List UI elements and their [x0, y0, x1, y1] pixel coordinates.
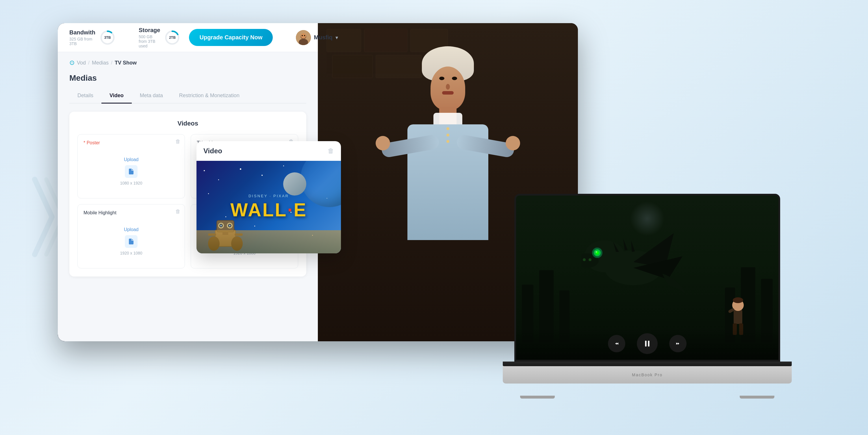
tab-restriction[interactable]: Restriction & Monetization: [171, 88, 248, 104]
mobile-highlight-upload-text: Upload: [124, 227, 139, 232]
user-info: Musfiq ▾: [296, 30, 338, 45]
mobile-highlight-upload-icon: [125, 235, 137, 248]
macbook-screen: [514, 194, 780, 361]
upgrade-capacity-button[interactable]: Upgrade Capacity Now: [189, 29, 273, 46]
video-popup-card: Video 🗑: [196, 141, 341, 253]
macbook-frame: MacBook Pro: [503, 194, 792, 396]
storage-text: Storage 500 GB from 3TB used: [139, 27, 160, 48]
storage-gauge-label: 2TB: [169, 35, 176, 40]
bandwidth-text: Bandwith 325 GB from 3TB: [69, 29, 95, 46]
bandwidth-widget: Bandwith 325 GB from 3TB 3TB: [69, 29, 116, 46]
poster-upload-area[interactable]: Upload 1080 x 1920: [84, 150, 179, 192]
svg-point-34: [733, 297, 743, 303]
mobile-highlight-dims: 1920 x 1080: [120, 251, 142, 255]
svg-point-27: [589, 258, 591, 261]
monitor-screen: Bandwith 325 GB from 3TB 3TB: [58, 23, 578, 341]
bandwidth-gauge-label: 3TB: [104, 35, 111, 40]
svg-rect-32: [734, 310, 742, 324]
user-dropdown-icon[interactable]: ▾: [336, 34, 338, 41]
walle-dot: ·: [287, 200, 293, 221]
macbook-foot-right: [740, 396, 774, 399]
scene-container: Bandwith 325 GB from 3TB 3TB: [58, 23, 809, 414]
breadcrumb-vod: Vod: [77, 60, 86, 66]
walle-text: WALL: [230, 200, 287, 221]
svg-rect-39: [648, 341, 650, 347]
upload-cell-mobile-highlight: Mobile Highlight 🗑 Upload: [78, 204, 185, 268]
video-popup-title: Video: [204, 147, 222, 155]
videos-title: Videos: [78, 120, 298, 127]
tab-video[interactable]: Video: [101, 88, 132, 104]
svg-point-26: [583, 258, 586, 261]
breadcrumb-medias: Medias: [92, 60, 108, 66]
macbook-foot-left: [520, 396, 555, 399]
breadcrumb-sep-2: /: [111, 60, 113, 66]
macbook-hinge: [503, 361, 792, 366]
monitor-frame: Bandwith 325 GB from 3TB 3TB: [58, 23, 578, 341]
mobile-highlight-delete-icon[interactable]: 🗑: [176, 208, 181, 214]
video-popup-delete-icon[interactable]: 🗑: [328, 147, 334, 155]
mobile-highlight-upload-area[interactable]: Upload 1920 x 1080: [84, 220, 179, 262]
pause-button[interactable]: [637, 333, 658, 354]
svg-point-16: [220, 225, 222, 227]
tab-details[interactable]: Details: [69, 88, 101, 104]
breadcrumb-tvshow: TV Show: [115, 60, 137, 66]
poster-delete-icon[interactable]: 🗑: [176, 139, 181, 145]
cms-panel: Bandwith 325 GB from 3TB 3TB: [58, 23, 318, 341]
storage-gauge: 2TB: [164, 29, 180, 46]
video-popup-header: Video 🗑: [196, 141, 341, 161]
video-poster: DISNEY · PIXAR WALL·E: [196, 161, 341, 253]
svg-point-31: [595, 251, 597, 253]
user-name: Musfiq: [314, 34, 332, 41]
poster-dims: 1080 x 1920: [120, 181, 142, 185]
poster-upload-text: Upload: [124, 157, 139, 162]
macbook-label: MacBook Pro: [632, 373, 662, 377]
storage-widget: Storage 500 GB from 3TB used 2TB: [139, 27, 180, 48]
svg-point-7: [301, 33, 306, 38]
svg-point-17: [229, 225, 230, 227]
macbook-bottom: MacBook Pro: [503, 366, 792, 383]
svg-rect-38: [645, 341, 647, 347]
mobile-highlight-label: Mobile Highlight: [84, 210, 179, 215]
user-avatar: [296, 30, 311, 45]
walle-logo: DISNEY · PIXAR WALL·E: [230, 194, 307, 221]
poster-label: * Poster: [84, 140, 179, 145]
walle-brand: DISNEY · PIXAR: [230, 194, 307, 198]
macbook-base: MacBook Pro: [503, 361, 792, 396]
section-title: Medias: [69, 74, 306, 83]
poster-upload-icon: [125, 165, 137, 178]
storage-sub: 500 GB from 3TB used: [139, 34, 160, 48]
walle-ground: [196, 230, 341, 253]
bandwidth-label: Bandwith: [69, 29, 95, 36]
breadcrumb-back-icon[interactable]: ⊙: [69, 59, 74, 66]
svg-point-9: [304, 35, 305, 36]
tab-metadata[interactable]: Meta data: [132, 88, 171, 104]
rewind-button[interactable]: [608, 335, 625, 352]
cms-header: Bandwith 325 GB from 3TB 3TB: [58, 23, 318, 52]
macbook-movie: [516, 196, 778, 360]
walle-e: E: [293, 200, 307, 221]
upload-cell-poster: * Poster 🗑 Upload: [78, 134, 185, 198]
forward-button[interactable]: [669, 335, 686, 352]
tabs: Details Video Meta data Restriction & Mo…: [69, 88, 306, 104]
svg-point-8: [302, 35, 303, 36]
videos-card: Videos * Poster 🗑 Upload: [69, 112, 306, 277]
bandwidth-sub: 325 GB from 3TB: [69, 37, 95, 46]
cms-content: Medias Details Video Meta data Restricti…: [58, 74, 318, 277]
storage-label: Storage: [139, 27, 160, 33]
breadcrumb: ⊙ Vod / Medias / TV Show: [58, 52, 318, 74]
breadcrumb-sep-1: /: [88, 60, 90, 66]
macbook-controls: [516, 327, 778, 360]
bandwidth-gauge: 3TB: [99, 29, 116, 46]
